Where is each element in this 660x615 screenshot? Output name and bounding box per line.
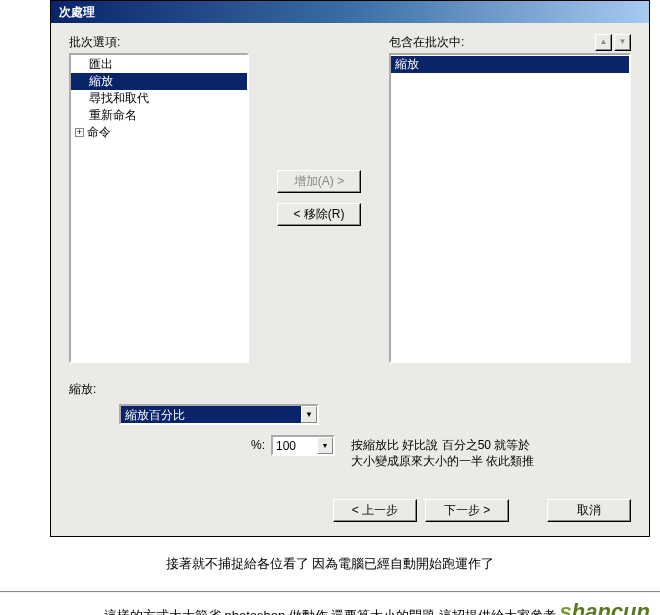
caption-text: 接著就不捕捉給各位看了 因為電腦已經自動開始跑運作了 [0, 555, 660, 573]
batch-dialog: 次處理 批次選項: 匯出 縮放 尋找和取代 重新命名 +命令 增加(A [50, 0, 650, 537]
hint-line: 大小變成原來大小的一半 依此類推 [351, 453, 534, 469]
percent-spinner[interactable]: ▼ [271, 435, 335, 456]
list-item[interactable]: 匯出 [71, 56, 247, 73]
list-item[interactable]: 縮放 [71, 73, 247, 90]
move-down-button[interactable]: ▼ [614, 34, 631, 51]
expand-icon[interactable]: + [75, 128, 84, 137]
hint-line: 按縮放比 好比說 百分之50 就等於 [351, 437, 534, 453]
chevron-down-icon[interactable]: ▼ [301, 406, 317, 423]
next-button[interactable]: 下一步 > [425, 499, 509, 522]
right-list-label: 包含在批次中: [389, 34, 464, 51]
scale-mode-dropdown[interactable]: 縮放百分比 ▼ [119, 404, 319, 425]
included-listbox[interactable]: 縮放 [389, 53, 631, 363]
scale-section-label: 縮放: [69, 381, 631, 398]
percent-input[interactable] [273, 438, 317, 454]
list-item[interactable]: 尋找和取代 [71, 90, 247, 107]
prev-button[interactable]: < 上一步 [333, 499, 417, 522]
left-list-label: 批次選項: [69, 34, 120, 51]
add-button[interactable]: 增加(A) > [277, 170, 361, 193]
list-item-commands[interactable]: +命令 [71, 124, 247, 141]
scale-hint: 按縮放比 好比說 百分之50 就等於 大小變成原來大小的一半 依此類推 [351, 435, 534, 469]
dropdown-value: 縮放百分比 [121, 406, 301, 423]
caption-text-2: 這樣的方式大大節省 photoshop 做動作 還要算大小的問題 這招提供給大家… [0, 607, 660, 615]
list-item[interactable]: 縮放 [391, 56, 629, 73]
divider [0, 591, 660, 593]
cancel-button[interactable]: 取消 [547, 499, 631, 522]
options-listbox[interactable]: 匯出 縮放 尋找和取代 重新命名 +命令 [69, 53, 249, 363]
spinner-down-icon[interactable]: ▼ [317, 437, 333, 454]
list-item-label: 命令 [87, 125, 111, 139]
list-item[interactable]: 重新命名 [71, 107, 247, 124]
dialog-titlebar: 次處理 [51, 1, 649, 23]
percent-label: %: [119, 435, 265, 452]
remove-button[interactable]: < 移除(R) [277, 203, 361, 226]
move-up-button[interactable]: ▲ [595, 34, 612, 51]
watermark-logo: shancun [560, 599, 650, 615]
